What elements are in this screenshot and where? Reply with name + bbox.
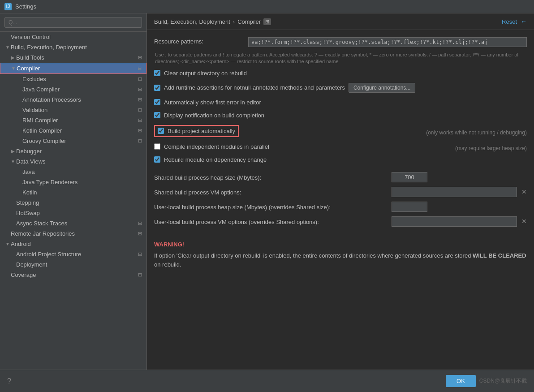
sidebar-label-remote-jar-repos: Remote Jar Repositories [11, 230, 137, 237]
back-arrow-icon[interactable]: ← [521, 18, 527, 25]
search-bar [0, 13, 146, 32]
sidebar-label-hotswap: HotSwap [16, 210, 143, 216]
gear-icon-android-project-structure: ⊟ [137, 251, 143, 258]
sidebar-label-coverage: Coverage [11, 271, 137, 278]
resource-patterns-hint: Use ; to separate patterns and ! to nega… [155, 52, 527, 65]
sidebar-label-excludes: Excludes [22, 76, 137, 82]
checkbox-label-clear-output: Clear output directory on rebuild [164, 70, 247, 77]
checkbox-label-rebuild-on-change: Rebuild module on dependency change [164, 156, 267, 163]
breadcrumb: Build, Execution, Deployment › Compiler … [154, 18, 271, 25]
sidebar-item-version-control[interactable]: Version Control [0, 32, 146, 42]
tree-arrow-compiler: ▼ [10, 65, 17, 72]
user-vm-clear-button[interactable]: ✕ [521, 218, 527, 225]
checkbox-clear-output[interactable] [154, 70, 160, 76]
sidebar-item-debugger[interactable]: ▶Debugger [0, 146, 146, 156]
checkbox-label-compile-parallel: Compile independent modules in parallel [164, 143, 269, 150]
checkbox-display-notification[interactable] [154, 112, 160, 118]
sidebar-label-java-compiler: Java Compiler [22, 86, 137, 93]
sidebar-label-debugger: Debugger [16, 148, 143, 155]
sidebar-item-groovy-compiler[interactable]: Groovy Compiler⊟ [0, 136, 146, 146]
resource-patterns-input[interactable] [248, 37, 527, 47]
user-heap-input[interactable] [392, 202, 427, 212]
vm-options-row: Shared build process VM options: ✕ [154, 187, 527, 197]
checkbox-build-automatically[interactable] [158, 128, 164, 134]
checkbox-show-first-error[interactable] [154, 99, 160, 105]
sidebar-item-coverage[interactable]: Coverage⊟ [0, 270, 146, 280]
sidebar-item-kotlin-compiler[interactable]: Kotlin Compiler⊟ [0, 125, 146, 136]
sidebar-item-remote-jar-repos[interactable]: Remote Jar Repositories⊟ [0, 228, 146, 239]
sidebar-item-validation[interactable]: Validation⊟ [0, 105, 146, 115]
sidebar-label-async-stack-traces: Async Stack Traces [16, 220, 137, 227]
sidebar-item-hotswap[interactable]: HotSwap [0, 208, 146, 218]
gear-icon-rmi-compiler: ⊟ [137, 117, 143, 124]
sidebar-label-kotlin-dv: Kotlin [22, 189, 143, 196]
tree-arrow-debugger: ▶ [10, 148, 16, 155]
vm-clear-button[interactable]: ✕ [521, 188, 527, 195]
sidebar-label-groovy-compiler: Groovy Compiler [22, 138, 137, 144]
sidebar-item-kotlin-dv[interactable]: Kotlin [0, 187, 146, 198]
sidebar-item-rmi-compiler[interactable]: RMI Compiler⊟ [0, 115, 146, 125]
checkbox-runtime-assertions[interactable] [154, 85, 160, 91]
tree-arrow-build-execution: ▼ [4, 44, 11, 51]
window-title: Settings [15, 3, 36, 10]
title-bar: IJ Settings [0, 0, 534, 13]
breadcrumb-separator: › [233, 18, 235, 25]
heap-size-row: Shared build process heap size (Mbytes): [154, 172, 527, 182]
sidebar-item-annotation-processors[interactable]: Annotation Processors⊟ [0, 95, 146, 105]
sidebar-item-data-views[interactable]: ▼Data Views [0, 156, 146, 167]
sidebar-label-build-tools: Build Tools [16, 54, 137, 61]
reset-button[interactable]: Reset [502, 18, 517, 25]
sidebar-label-java-type-renderers: Java Type Renderers [22, 179, 143, 185]
gear-icon-kotlin-compiler: ⊟ [137, 128, 143, 134]
sidebar-label-java-dv: Java [22, 168, 143, 175]
gear-icon-build-tools: ⊟ [137, 55, 143, 61]
gear-icon-async-stack-traces: ⊟ [137, 220, 143, 227]
gear-icon-annotation-processors: ⊟ [137, 97, 143, 103]
app-icon: IJ [4, 3, 12, 10]
sidebar-item-excludes[interactable]: Excludes⊟ [0, 74, 146, 84]
checkbox-row-show-first-error: Automatically show first error in editor [154, 99, 261, 106]
sidebar-label-version-control: Version Control [11, 34, 143, 40]
sidebar-item-java-type-renderers[interactable]: Java Type Renderers [0, 177, 146, 187]
gear-icon-excludes: ⊟ [137, 76, 143, 82]
content-header: Build, Execution, Deployment › Compiler … [147, 13, 534, 30]
sidebar-item-stepping[interactable]: Stepping [0, 198, 146, 208]
sidebar-item-java-dv[interactable]: Java [0, 167, 146, 177]
sidebar-item-build-execution[interactable]: ▼Build, Execution, Deployment [0, 42, 146, 52]
sidebar-label-rmi-compiler: RMI Compiler [22, 117, 137, 124]
vm-options-label: Shared build process VM options: [154, 188, 387, 196]
checkbox-row-rebuild-on-change: Rebuild module on dependency change [154, 156, 267, 163]
checkbox-label-build-automatically: Build project automatically [168, 128, 235, 134]
user-vm-label: User-local build process VM options (ove… [154, 218, 387, 225]
gear-icon-coverage: ⊟ [137, 272, 143, 278]
sidebar-item-deployment[interactable]: Deployment [0, 259, 146, 270]
checkbox-row-display-notification: Display notification on build completion [154, 112, 264, 119]
gear-icon-groovy-compiler: ⊟ [137, 138, 143, 144]
checkbox-compile-parallel[interactable] [154, 143, 160, 150]
sidebar-item-compiler[interactable]: ▼Compiler⊟ [0, 63, 146, 74]
content-panel: Build, Execution, Deployment › Compiler … [147, 13, 534, 370]
search-input[interactable] [4, 17, 142, 28]
gear-icon-java-compiler: ⊟ [137, 86, 143, 93]
checkbox-row-compile-parallel: Compile independent modules in parallel [154, 143, 269, 150]
sidebar-item-android[interactable]: ▼Android [0, 239, 146, 249]
user-vm-input[interactable] [392, 216, 517, 227]
resource-patterns-row: Resource patterns: [154, 37, 527, 47]
sidebar-item-async-stack-traces[interactable]: Async Stack Traces⊟ [0, 218, 146, 228]
checkbox-rebuild-on-change[interactable] [154, 156, 160, 163]
ok-button[interactable]: OK [446, 375, 476, 387]
help-icon[interactable]: ? [7, 377, 11, 385]
sidebar-item-java-compiler[interactable]: Java Compiler⊟ [0, 84, 146, 95]
checkbox-label-show-first-error: Automatically show first error in editor [164, 99, 261, 106]
sidebar-item-android-project-structure[interactable]: Android Project Structure⊟ [0, 249, 146, 259]
vm-options-input[interactable] [392, 187, 517, 197]
breadcrumb-part1: Build, Execution, Deployment [154, 18, 230, 25]
sidebar-item-build-tools[interactable]: ▶Build Tools⊟ [0, 52, 146, 63]
configure-annotations-button[interactable]: Configure annotations... [349, 83, 415, 93]
compiler-icon: ⊞ [263, 18, 271, 25]
sidebar-label-data-views: Data Views [16, 158, 143, 165]
heap-size-input[interactable] [392, 172, 427, 182]
user-heap-row: User-local build process heap size (Mbyt… [154, 202, 527, 212]
side-note-build-automatically: (only works while not running / debuggin… [417, 129, 527, 136]
sidebar-label-android: Android [11, 241, 143, 247]
